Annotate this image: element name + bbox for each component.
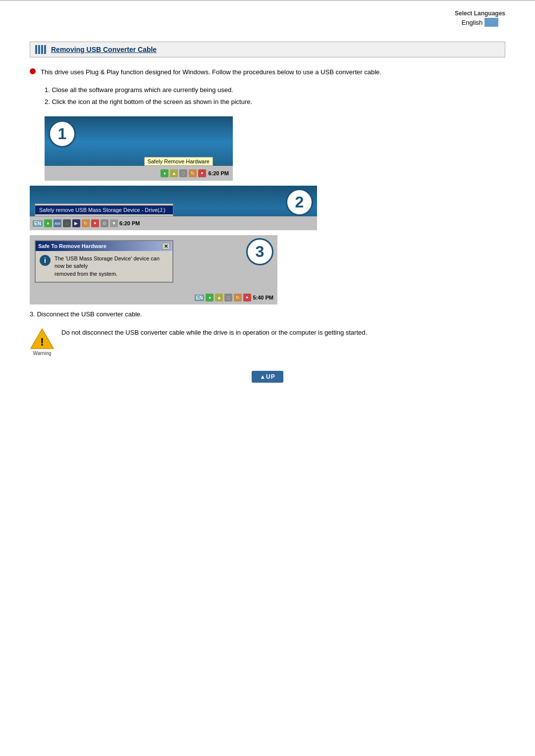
language-text: English	[462, 19, 483, 26]
taskbar-icon-en6: ✦	[91, 219, 99, 227]
info-dialog: Safe To Remove Hardware ✕ i The 'USB Mas…	[35, 240, 173, 283]
header-bar-1	[35, 45, 37, 54]
info-dialog-line1: The 'USB Mass Storage Device' device can…	[54, 255, 160, 269]
warning-label: Warning	[33, 351, 52, 356]
steps-list: 1. Close all the software programs which…	[45, 85, 505, 108]
taskbar-icon-en7: ⊙	[101, 219, 108, 227]
safely-remove-hardware-tooltip: Safely Remove Hardware	[144, 157, 213, 166]
step-number-1: 1	[49, 120, 76, 148]
language-selector-block[interactable]: Select Languages English	[455, 10, 505, 27]
context-menu-item: Safely remove USB Mass Storage Device - …	[35, 205, 173, 214]
step-2-text: 2. Click the icon at the right bottom of…	[45, 97, 505, 107]
taskbar-time-1: 6:20 PM	[208, 170, 229, 176]
red-dot-icon	[30, 68, 36, 74]
info-icon: i	[40, 255, 51, 266]
warning-icon-block: ! Warning	[30, 328, 54, 356]
en-badge: EN	[33, 220, 43, 227]
screenshot-1: 1 Safely Remove Hardware ♦ ▲ ◌ ↻ ✦ 6:20 …	[45, 116, 233, 181]
taskbar-icon-en4: ▶	[72, 219, 80, 227]
taskbar-icon-3e: ✦	[243, 294, 251, 302]
taskbar-icon-en1: ♦	[44, 219, 52, 227]
screenshot-2: 2 Safely remove USB Mass Storage Device …	[30, 186, 317, 230]
taskbar-icon-3: ◌	[179, 169, 187, 177]
taskbar-icon-en3: ::	[63, 219, 71, 227]
svg-text:!: !	[40, 336, 44, 348]
taskbar-icon-en8: ▼	[110, 219, 118, 227]
taskbar-time-3: 5:40 PM	[253, 295, 273, 301]
info-dialog-close-button[interactable]: ✕	[162, 243, 170, 250]
taskbar-1: ♦ ▲ ◌ ↻ ✦ 6:20 PM	[45, 166, 233, 181]
warning-triangle-icon: !	[30, 328, 54, 350]
step-number-3: 3	[246, 238, 273, 265]
language-selector[interactable]: English	[455, 18, 505, 27]
language-flag-icon[interactable]	[484, 18, 498, 27]
en-badge-3: EN	[195, 295, 205, 301]
step-1-text: 1. Close all the software programs which…	[45, 85, 505, 96]
taskbar-icon-3a: ♦	[206, 294, 214, 302]
taskbar-2: EN ♦ AM :: ▶ ↻ ✦ ⊙ ▼ 6:20 PM	[30, 216, 317, 230]
header: Select Languages English	[0, 1, 535, 32]
warning-text: Do not disconnect the USB converter cabl…	[61, 328, 505, 338]
screenshot-2-container: 2 Safely remove USB Mass Storage Device …	[30, 186, 317, 230]
info-dialog-title: Safe To Remove Hardware	[38, 243, 107, 249]
taskbar-icon-5: ✦	[198, 169, 206, 177]
taskbar-icon-en5: ↻	[82, 219, 90, 227]
up-button-container: ▲UP	[30, 371, 505, 383]
taskbar-icon-en2: AM	[54, 219, 61, 227]
warning-block: ! Warning Do not disconnect the USB conv…	[30, 328, 505, 356]
main-content: Removing USB Converter Cable This drive …	[0, 32, 535, 403]
context-menu: Safely remove USB Mass Storage Device - …	[35, 203, 173, 216]
header-bar-3	[41, 45, 43, 54]
section-header-decoration	[35, 45, 46, 54]
header-bar-4	[44, 45, 46, 54]
taskbar-icons-1: ♦ ▲ ◌ ↻ ✦	[160, 169, 206, 177]
info-dialog-message: The 'USB Mass Storage Device' device can…	[54, 255, 168, 278]
screenshot-3: 3 Safe To Remove Hardware ✕ i The 'USB M…	[30, 235, 277, 304]
intro-text: This drive uses Plug & Play function des…	[41, 67, 381, 77]
header-bar-2	[38, 45, 40, 54]
intro-block: This drive uses Plug & Play function des…	[30, 67, 505, 77]
section-header: Removing USB Converter Cable	[30, 42, 505, 57]
taskbar-3: EN ♦ ▲ ◌ ↻ ✦ 5:40 PM	[30, 291, 277, 304]
info-dialog-line2: removed from the system.	[54, 271, 117, 277]
info-dialog-body: i The 'USB Mass Storage Device' device c…	[36, 251, 172, 282]
taskbar-icon-2: ▲	[170, 169, 178, 177]
select-languages-label: Select Languages	[455, 10, 505, 17]
step-3-text: 3. Disconnect the USB converter cable.	[30, 310, 505, 318]
taskbar-icon-4: ↻	[189, 169, 197, 177]
taskbar-time-2: 6:20 PM	[119, 220, 140, 226]
step-number-2: 2	[286, 189, 313, 216]
taskbar-icon-1: ♦	[160, 169, 168, 177]
screenshot-1-container: 1 Safely Remove Hardware ♦ ▲ ◌ ↻ ✦ 6:20 …	[45, 116, 292, 181]
section-title: Removing USB Converter Cable	[51, 46, 157, 53]
taskbar-icon-3b: ▲	[215, 294, 223, 302]
taskbar-icon-3c: ◌	[224, 294, 232, 302]
screenshot-3-container: 3 Safe To Remove Hardware ✕ i The 'USB M…	[30, 235, 317, 304]
taskbar-icon-3d: ↻	[234, 294, 242, 302]
info-dialog-titlebar: Safe To Remove Hardware ✕	[36, 241, 172, 251]
up-button[interactable]: ▲UP	[252, 371, 283, 383]
